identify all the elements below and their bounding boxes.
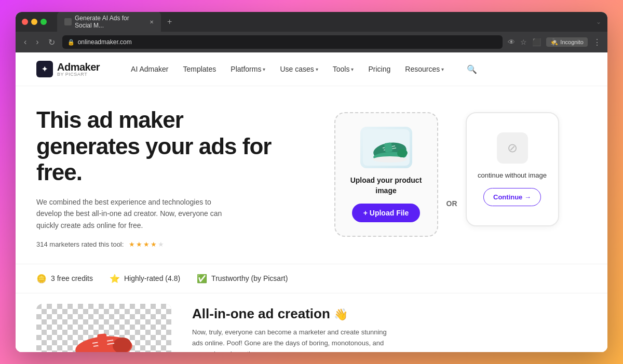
nav-label-platforms: Platforms [231,65,261,73]
hero-section: This ad maker generates your ads for fre… [16,86,607,264]
browser-window: Generate AI Ads for Social M... ✕ + ⌄ ‹ … [16,12,607,352]
upload-card-label: Upload your product image [346,176,427,196]
traffic-lights [22,19,47,25]
nav-links: AI Admaker Templates Platforms ▾ Use cas… [131,64,587,74]
url-bar[interactable]: 🔒 onlineadmaker.com [62,35,503,49]
nav-item-resources[interactable]: Resources ▾ [405,65,444,73]
badges-row: 🪙 3 free credits ⭐ Highly-rated (4.8) ✅ … [16,264,607,293]
star-badge-icon: ⭐ [110,274,120,284]
svg-rect-7 [384,143,392,153]
refresh-button[interactable]: ↻ [46,36,57,48]
badge-trustworthy: ✅ Trustworthy (by Picsart) [197,274,288,284]
wave-emoji: 👋 [334,308,348,321]
below-fold-description: Now, truly, everyone can become a market… [192,327,389,352]
search-icon: 🔍 [467,65,477,74]
minimize-button[interactable] [31,19,37,25]
nav-item-use-cases[interactable]: Use cases ▾ [280,65,318,73]
logo-icon: ✦ [36,61,53,77]
logo-text-area: Admaker By Picsart [57,62,100,77]
upload-product-card: Upload your product image + Upload File [334,112,438,237]
back-button[interactable]: ‹ [22,36,29,48]
continue-without-image-card: ⊘ continue without image Continue → [466,112,559,226]
badge-free-credits: 🪙 3 free credits [36,274,93,284]
site-content: ✦ Admaker By Picsart AI Admaker Template… [16,52,607,352]
ad-preview-image [36,304,171,352]
badge-trustworthy-text: Trustworthy (by Picsart) [211,274,288,282]
rating-text: 314 marketers rated this tool: [36,240,124,248]
nav-label-tools: Tools [333,65,350,73]
hero-left: This ad maker generates your ads for fre… [36,107,286,264]
active-tab[interactable]: Generate AI Ads for Social M... ✕ [57,12,161,32]
badge-rating-text: Highly-rated (4.8) [124,274,180,282]
nav-item-ai-admaker[interactable]: AI Admaker [131,65,168,73]
rating-row: 314 marketers rated this tool: ★ ★ ★ ★ ★ [36,240,286,248]
logo-area[interactable]: ✦ Admaker By Picsart [36,61,100,77]
below-title-text: All-in-one ad creation [192,306,330,321]
star-4: ★ [151,240,157,248]
credits-icon: 🪙 [36,274,47,284]
upload-file-button[interactable]: + Upload File [352,204,421,222]
menu-icon[interactable]: ⋮ [593,37,601,47]
tools-chevron-icon: ▾ [351,66,354,72]
nav-item-pricing[interactable]: Pricing [368,65,390,73]
search-button[interactable]: 🔍 [467,64,477,74]
toolbar-right: 👁 ☆ ⬛ 🕵️ Incognito ⋮ [508,37,601,47]
hero-title: This ad maker generates your ads for fre… [36,107,286,186]
nav-label-use-cases: Use cases [280,65,314,73]
extensions-icon[interactable]: ⬛ [532,38,541,46]
nav-item-templates[interactable]: Templates [183,65,216,73]
forward-button[interactable]: › [34,36,40,48]
url-text: onlineadmaker.com [78,38,132,46]
product-image-preview [360,127,412,168]
tab-favicon [64,18,72,25]
logo-sub-text: By Picsart [57,72,100,77]
browser-toolbar: ‹ › ↻ 🔒 onlineadmaker.com 👁 ☆ ⬛ 🕵️ Incog… [16,32,607,52]
bookmark-icon[interactable]: ☆ [520,38,527,46]
eye-slash-icon: 👁 [508,38,515,46]
ad-preview-svg [36,304,171,352]
tab-bar: Generate AI Ads for Social M... ✕ + [57,12,576,32]
continue-card-label: continue without image [478,171,547,180]
browser-titlebar: Generate AI Ads for Social M... ✕ + ⌄ [16,12,607,32]
below-fold-text: All-in-one ad creation 👋 Now, truly, eve… [192,304,587,352]
incognito-icon: 🕵️ [550,38,558,46]
logo-main-text: Admaker [57,62,100,72]
window-controls: ⌄ [596,18,601,25]
incognito-label: Incognito [560,39,584,45]
maximize-button[interactable] [40,19,47,25]
star-rating: ★ ★ ★ ★ ★ [129,240,164,248]
nav-label-resources: Resources [405,65,440,73]
no-image-icon: ⊘ [497,132,528,164]
badge-highly-rated: ⭐ Highly-rated (4.8) [110,274,180,284]
below-fold-title: All-in-one ad creation 👋 [192,306,587,322]
lock-icon: 🔒 [67,39,75,46]
star-5: ★ [158,240,164,248]
tab-title: Generate AI Ads for Social M... [75,15,144,29]
use-cases-chevron-icon: ▾ [316,66,318,72]
nav-label-ai-admaker: AI Admaker [131,65,168,73]
hero-description: We combined the best experience and tech… [36,196,234,231]
platforms-chevron-icon: ▾ [263,66,265,72]
or-divider: OR [446,168,457,208]
nav-label-pricing: Pricing [368,65,390,73]
star-2: ★ [136,240,142,248]
check-badge-icon: ✅ [197,274,207,284]
incognito-badge: 🕵️ Incognito [546,37,588,47]
shoe-illustration [363,129,410,166]
svg-rect-18 [97,333,107,346]
tab-close-icon[interactable]: ✕ [150,19,154,25]
star-3: ★ [143,240,150,248]
close-button[interactable] [22,19,28,25]
star-1: ★ [129,240,135,248]
nav-item-platforms[interactable]: Platforms ▾ [231,65,265,73]
hero-right: Upload your product image + Upload File … [306,107,587,264]
continue-button[interactable]: Continue → [483,188,541,206]
nav-item-tools[interactable]: Tools ▾ [333,65,354,73]
nav-label-templates: Templates [183,65,216,73]
below-fold-section: All-in-one ad creation 👋 Now, truly, eve… [16,293,607,352]
resources-chevron-icon: ▾ [441,66,444,72]
site-nav: ✦ Admaker By Picsart AI Admaker Template… [16,52,607,86]
badge-credits-text: 3 free credits [51,274,93,282]
new-tab-button[interactable]: + [164,17,175,26]
